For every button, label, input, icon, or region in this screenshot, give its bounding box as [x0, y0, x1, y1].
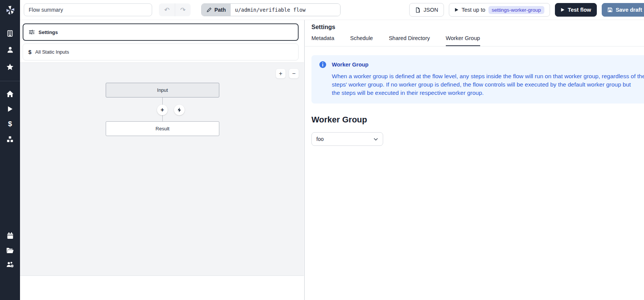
chevron-down-icon: [373, 137, 378, 142]
zap-icon: [177, 107, 182, 113]
all-static-inputs-label: All Static Inputs: [35, 49, 69, 55]
workers-users-gear-icon[interactable]: [0, 260, 20, 269]
workspace-building-icon[interactable]: [0, 29, 20, 37]
add-step-button[interactable]: +: [157, 105, 168, 115]
save-draft-label: Save draft: [616, 7, 642, 13]
info-line: steps' worker group. If no worker group …: [332, 80, 644, 89]
flow-settings-label: Settings: [39, 29, 58, 35]
flow-graph-canvas[interactable]: + − Input + Result: [20, 62, 304, 276]
undo-button[interactable]: ↶: [159, 3, 175, 16]
info-icon: [319, 61, 327, 68]
info-box-title: Worker Group: [332, 62, 368, 68]
settings-panel: Settings Metadata Schedule Shared Direct…: [305, 20, 644, 300]
path-label: Path: [214, 7, 226, 13]
info-line: When a worker group is defined at the fl…: [332, 72, 644, 80]
runs-play-icon[interactable]: [0, 105, 20, 113]
flow-settings-box[interactable]: Settings: [23, 23, 299, 41]
test-flow-button[interactable]: Test flow: [555, 3, 597, 17]
test-up-to-label: Test up to: [462, 7, 485, 13]
result-node-label: Result: [156, 126, 169, 131]
undo-redo-group: ↶ ↷: [159, 3, 191, 16]
result-node[interactable]: Result: [106, 121, 219, 136]
test-up-to-step-badge[interactable]: settings-worker-group: [488, 6, 545, 14]
flow-summary-input[interactable]: [24, 3, 152, 16]
worker-group-select-value: foo: [316, 136, 324, 142]
json-label: JSON: [424, 7, 438, 13]
zoom-in-button[interactable]: +: [276, 68, 286, 79]
app-sidebar: $: [0, 0, 20, 300]
schedules-calendar-icon[interactable]: [0, 232, 20, 240]
file-json-icon: [415, 7, 421, 13]
toolbar-actions: JSON Test up to settings-worker-group Te…: [409, 3, 644, 17]
zoom-out-button[interactable]: −: [289, 68, 299, 79]
folders-open-icon[interactable]: [0, 246, 20, 254]
resources-boxes-icon[interactable]: [0, 135, 20, 143]
info-box-header: Worker Group: [319, 61, 644, 68]
save-icon: [607, 7, 613, 12]
sidebar-divider: [0, 81, 20, 81]
test-flow-label: Test flow: [568, 7, 591, 13]
pencil-icon: [206, 7, 212, 12]
windmill-logo-icon[interactable]: [0, 4, 20, 17]
input-node-label: Input: [157, 87, 168, 93]
play-icon: [454, 8, 459, 12]
path-editor: Path: [201, 3, 340, 16]
home-icon[interactable]: [0, 90, 20, 98]
settings-panel-title: Settings: [305, 20, 644, 31]
input-node[interactable]: Input: [106, 83, 219, 97]
tab-schedule[interactable]: Schedule: [350, 35, 373, 46]
favorites-star-icon[interactable]: [0, 63, 20, 71]
info-box-body: When a worker group is defined at the fl…: [332, 72, 644, 97]
test-up-to-button[interactable]: Test up to settings-worker-group: [449, 3, 550, 17]
json-button[interactable]: JSON: [409, 3, 444, 17]
play-icon: [561, 8, 565, 12]
all-static-inputs-box[interactable]: $ All Static Inputs: [23, 43, 299, 60]
settings-tabs: Metadata Schedule Shared Directory Worke…: [305, 35, 644, 46]
trigger-zap-button[interactable]: [174, 105, 185, 115]
tab-shared-directory[interactable]: Shared Directory: [389, 35, 430, 46]
path-edit-button[interactable]: Path: [202, 4, 231, 16]
worker-group-info-box: Worker Group When a worker group is defi…: [311, 55, 644, 104]
worker-group-select[interactable]: foo: [311, 132, 383, 146]
tab-worker-group[interactable]: Worker Group: [446, 35, 480, 46]
info-line: the steps will be executed in their resp…: [332, 89, 644, 97]
sliders-icon: [29, 29, 35, 35]
dollar-icon: $: [28, 49, 31, 55]
worker-group-section-title: Worker Group: [311, 115, 644, 125]
top-toolbar: ↶ ↷ Path JSON: [20, 0, 644, 20]
tab-metadata[interactable]: Metadata: [311, 35, 334, 46]
flow-editor-panel: Settings $ All Static Inputs + − Input +…: [20, 20, 305, 300]
path-value-input[interactable]: [231, 4, 340, 16]
save-draft-button[interactable]: Save draft: [602, 3, 644, 17]
variables-dollar-icon[interactable]: $: [0, 120, 20, 128]
redo-button[interactable]: ↷: [175, 3, 191, 16]
user-icon[interactable]: [0, 46, 20, 54]
